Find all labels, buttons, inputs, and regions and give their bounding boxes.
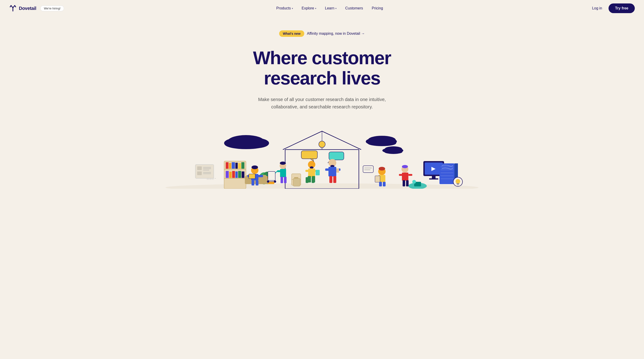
svg-rect-18 (329, 152, 344, 160)
svg-rect-125 (406, 180, 408, 186)
nav-learn-label: Learn (325, 6, 334, 10)
nav-products-label: Products (276, 6, 291, 10)
svg-point-119 (412, 180, 416, 184)
svg-point-88 (267, 180, 269, 183)
svg-rect-91 (280, 177, 283, 183)
brand-logo-link[interactable]: Dovetail (9, 4, 36, 12)
svg-rect-97 (375, 176, 380, 182)
svg-rect-40 (238, 163, 241, 169)
whats-new-text: Affinity mapping, now in Dovetail → (307, 31, 365, 36)
brand-logo-icon (9, 4, 16, 12)
svg-rect-77 (329, 176, 332, 183)
svg-rect-37 (229, 163, 231, 169)
svg-rect-122 (399, 174, 403, 176)
svg-rect-85 (277, 170, 281, 172)
svg-point-100 (379, 167, 385, 171)
whats-new-banner[interactable]: What's new Affinity mapping, now in Dove… (279, 30, 365, 37)
svg-rect-76 (336, 168, 339, 173)
svg-rect-105 (429, 178, 438, 179)
brand-name: Dovetail (19, 6, 36, 11)
svg-rect-99 (383, 182, 386, 186)
navbar-actions: Log in Try free (588, 3, 635, 13)
svg-point-126 (402, 165, 408, 168)
svg-rect-42 (226, 171, 229, 178)
hero-subtitle: Make sense of all your customer research… (248, 96, 396, 110)
navbar: Dovetail We're hiring! Products ▾ Explor… (0, 0, 644, 16)
svg-rect-43 (229, 172, 232, 178)
svg-point-15 (319, 141, 325, 147)
hero-illustration-svg (161, 129, 483, 189)
svg-rect-106 (440, 163, 454, 184)
svg-rect-49 (245, 176, 248, 184)
svg-rect-74 (325, 168, 329, 171)
svg-rect-38 (232, 162, 235, 169)
hero-illustration-area (161, 129, 483, 189)
svg-rect-129 (363, 166, 373, 173)
svg-rect-98 (379, 182, 382, 186)
svg-rect-27 (197, 171, 202, 175)
svg-point-12 (384, 150, 402, 154)
svg-point-93 (280, 162, 286, 165)
learn-chevron-icon: ▾ (335, 7, 336, 10)
svg-rect-57 (256, 180, 258, 185)
hiring-badge[interactable]: We're hiring! (40, 5, 64, 11)
svg-rect-55 (249, 174, 255, 179)
hero-section: What's new Affinity mapping, now in Dove… (0, 16, 644, 189)
svg-rect-64 (306, 170, 309, 172)
svg-rect-47 (242, 171, 244, 178)
svg-point-0 (166, 183, 478, 189)
svg-rect-84 (280, 169, 286, 177)
svg-rect-41 (242, 162, 244, 169)
hero-title-line2: research lives (264, 68, 380, 88)
svg-rect-82 (293, 178, 300, 186)
svg-rect-56 (252, 180, 254, 185)
whats-new-badge: What's new (279, 30, 304, 37)
svg-rect-44 (232, 171, 235, 178)
svg-rect-20 (301, 151, 318, 159)
nav-item-explore[interactable]: Explore ▾ (298, 4, 320, 12)
svg-rect-45 (236, 171, 238, 178)
svg-rect-54 (258, 175, 263, 177)
svg-rect-39 (236, 163, 238, 169)
nav-item-customers[interactable]: Customers (342, 4, 367, 12)
hero-title: Where customer research lives (253, 48, 391, 88)
svg-rect-92 (284, 177, 286, 183)
products-chevron-icon: ▾ (292, 7, 293, 10)
login-button[interactable]: Log in (588, 4, 606, 12)
nav-pricing-label: Pricing (372, 6, 383, 10)
svg-point-58 (252, 165, 258, 169)
svg-rect-123 (408, 174, 412, 176)
nav-item-pricing[interactable]: Pricing (368, 4, 387, 12)
svg-rect-73 (328, 167, 336, 177)
svg-rect-124 (402, 180, 405, 186)
svg-point-62 (310, 166, 314, 169)
svg-rect-36 (226, 162, 228, 169)
nav-customers-label: Customers (345, 6, 363, 10)
svg-point-89 (274, 180, 276, 183)
svg-rect-70 (312, 176, 315, 182)
hero-title-line1: Where customer (253, 48, 391, 68)
try-free-button[interactable]: Try free (608, 3, 635, 13)
svg-rect-46 (238, 171, 241, 178)
nav-item-learn[interactable]: Learn ▾ (321, 4, 340, 12)
navbar-nav: Products ▾ Explore ▾ Learn ▾ Customers P… (71, 4, 588, 12)
svg-rect-23 (197, 166, 202, 170)
svg-rect-63 (308, 168, 315, 177)
svg-point-114 (456, 179, 460, 184)
svg-rect-87 (268, 171, 275, 182)
nav-item-products[interactable]: Products ▾ (272, 4, 296, 12)
svg-rect-66 (316, 170, 320, 175)
nav-explore-label: Explore (302, 6, 314, 10)
svg-point-8 (368, 140, 396, 146)
svg-point-4 (226, 141, 266, 149)
svg-rect-104 (432, 176, 436, 178)
explore-chevron-icon: ▾ (315, 7, 316, 10)
svg-rect-78 (333, 176, 336, 183)
svg-rect-121 (402, 173, 408, 181)
svg-rect-69 (308, 176, 311, 182)
